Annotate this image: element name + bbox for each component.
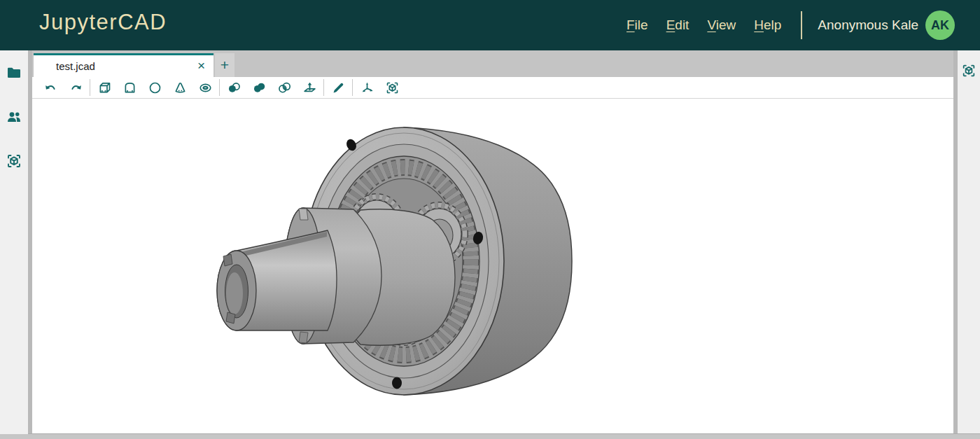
users-icon (6, 109, 22, 125)
cut-button[interactable] (221, 78, 246, 97)
union-button[interactable] (246, 78, 272, 97)
jupytercad-app: JupyterCAD File Edit View Help Anonymous… (0, 0, 980, 439)
new-cylinder-button[interactable] (117, 78, 142, 97)
folder-icon (6, 64, 22, 81)
toolbar-separator (219, 79, 220, 96)
avatar[interactable]: AK (925, 11, 955, 40)
redo-button[interactable] (63, 78, 88, 97)
app-logo: JupyterCAD (39, 10, 167, 35)
close-icon[interactable]: × (197, 57, 205, 74)
sidebar-item-file-browser[interactable] (6, 64, 22, 81)
new-tab-button[interactable]: + (215, 53, 234, 77)
header-right: File Edit View Help Anonymous Kale AK (626, 0, 980, 50)
cad-viewport-model[interactable] (32, 99, 953, 433)
menu-bar: File Edit View Help (626, 18, 781, 33)
exploded-view-button[interactable] (379, 78, 405, 97)
menu-view[interactable]: View (707, 18, 736, 33)
user-name: Anonymous Kale (818, 18, 918, 33)
box-icon (97, 81, 112, 95)
extrude-icon (302, 81, 317, 95)
union-icon (252, 81, 267, 95)
bottom-strip (0, 433, 980, 439)
toolbar-separator (352, 79, 353, 96)
menu-help[interactable]: Help (754, 18, 781, 33)
new-cone-button[interactable] (167, 78, 192, 97)
cone-icon (173, 81, 188, 95)
undo-button[interactable] (38, 78, 63, 97)
new-torus-button[interactable] (192, 78, 218, 97)
cube-scan-icon (961, 63, 976, 78)
sidebar-item-objects-tree[interactable] (6, 153, 22, 169)
cad-toolbar (32, 77, 953, 99)
header-divider (801, 11, 802, 39)
top-menu-bar: JupyterCAD File Edit View Help Anonymous… (0, 0, 980, 50)
undo-icon (43, 81, 58, 95)
cut-icon (227, 81, 241, 95)
axes-helper-button[interactable] (354, 78, 379, 97)
intersection-button[interactable] (272, 78, 297, 97)
cube-scan-icon (385, 81, 400, 95)
pencil-icon (331, 81, 346, 95)
sphere-icon (148, 81, 162, 95)
right-sidebar (958, 50, 980, 434)
intersection-icon (277, 81, 292, 95)
redo-icon (69, 81, 83, 95)
plus-icon: + (220, 57, 229, 74)
cylinder-icon (122, 81, 137, 95)
extrusion-button[interactable] (297, 78, 322, 97)
tab-test-jcad[interactable]: test.jcad × (34, 53, 214, 77)
new-sphere-button[interactable] (142, 78, 167, 97)
toolbar-separator (323, 79, 324, 96)
tab-label: test.jcad (56, 60, 95, 72)
tab-bar: test.jcad × + (32, 50, 953, 77)
toolbar-separator (90, 79, 90, 96)
torus-icon (198, 81, 213, 95)
menu-edit[interactable]: Edit (666, 18, 690, 33)
menu-file[interactable]: File (626, 18, 648, 33)
axes-icon (360, 81, 374, 95)
cube-scan-icon (6, 153, 22, 169)
left-sidebar (0, 50, 28, 434)
new-box-button[interactable] (92, 78, 117, 97)
sidebar-item-collaborators[interactable] (6, 109, 22, 125)
cad-canvas[interactable] (32, 99, 953, 433)
sketcher-button[interactable] (326, 78, 351, 97)
sidebar-item-objects-panel[interactable] (961, 63, 976, 78)
